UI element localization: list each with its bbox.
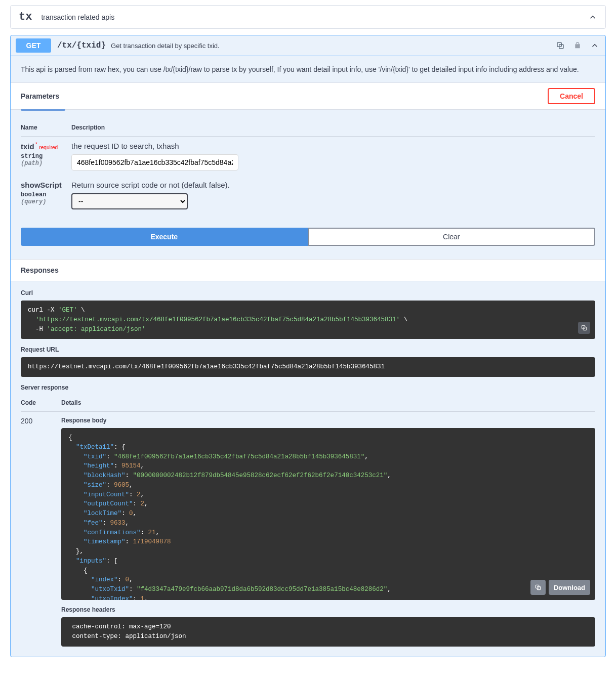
param-name: showScript — [21, 181, 71, 189]
param-row-txid: txid* required string (path) the request… — [21, 137, 595, 176]
param-in: (path) — [21, 160, 71, 167]
tag-name: tx — [19, 11, 32, 23]
request-url-block: https://testnet.mvcapi.com/tx/468fe1f009… — [21, 357, 595, 377]
chevron-up-icon — [588, 13, 597, 22]
cancel-button[interactable]: Cancel — [548, 88, 595, 104]
parameters-title: Parameters — [21, 92, 59, 100]
param-description: Return source script code or not (defaul… — [71, 181, 595, 189]
responses-header: Responses — [11, 259, 605, 281]
response-body-label: Response body — [61, 417, 595, 424]
download-button[interactable]: Download — [549, 580, 590, 595]
lock-open-icon[interactable] — [572, 40, 583, 51]
param-type: string — [21, 153, 71, 160]
response-status-code: 200 — [21, 412, 61, 647]
copy-icon[interactable] — [555, 40, 566, 51]
response-body-wrap: { "txDetail": { "txid": "468fe1f009562fb… — [61, 428, 595, 600]
tag-section: tx transaction related apis — [10, 5, 606, 29]
param-type: boolean — [21, 191, 71, 198]
response-headers-block: cache-control: max-age=120 content-type:… — [61, 617, 595, 647]
copy-response-button[interactable] — [530, 580, 546, 595]
curl-code-block: curl -X 'GET' \ 'https://testnet.mvcapi.… — [21, 301, 595, 339]
response-body-code: { "txDetail": { "txid": "468fe1f009562fb… — [61, 428, 595, 600]
txid-input[interactable] — [71, 154, 238, 170]
server-response-label: Server response — [21, 384, 595, 391]
responses-body: Curl curl -X 'GET' \ 'https://testnet.mv… — [11, 281, 605, 657]
responses-title: Responses — [21, 266, 595, 274]
param-description: the request ID to search, txhash — [71, 142, 595, 150]
required-star: * — [35, 142, 37, 147]
operation-summary-text: Get transaction detail by specific txid. — [111, 42, 220, 50]
showscript-select[interactable]: -- — [71, 193, 188, 209]
execute-bar: Execute Clear — [11, 218, 605, 259]
execute-button[interactable]: Execute — [21, 228, 308, 246]
parameters-header: Parameters Cancel — [11, 83, 605, 110]
required-label: required — [39, 145, 58, 150]
resp-col-details: Details — [61, 395, 595, 412]
param-in: (query) — [21, 198, 71, 205]
response-headers-label: Response headers — [61, 606, 595, 613]
operation-path: /tx/{txid} — [57, 41, 106, 50]
request-url-label: Request URL — [21, 346, 595, 353]
copy-icon[interactable] — [578, 322, 590, 334]
tag-description: transaction related apis — [41, 13, 114, 21]
params-col-name: Name — [21, 120, 71, 137]
chevron-up-icon[interactable] — [589, 40, 600, 51]
parameters-body: Name Description txid* required string (… — [11, 111, 605, 218]
param-row-showscript: showScript boolean (query) Return source… — [21, 176, 595, 215]
params-col-description: Description — [71, 120, 595, 137]
http-method-badge: GET — [16, 38, 51, 53]
resp-col-code: Code — [21, 395, 61, 412]
operation-summary[interactable]: GET /tx/{txid} Get transaction detail by… — [11, 35, 605, 56]
tag-header[interactable]: tx transaction related apis — [11, 6, 605, 28]
param-name: txid — [21, 142, 34, 151]
operation-description: This api is parsed from raw hex, you can… — [11, 56, 605, 83]
curl-label: Curl — [21, 289, 595, 296]
operation-block: GET /tx/{txid} Get transaction detail by… — [10, 35, 606, 657]
clear-button[interactable]: Clear — [308, 228, 596, 246]
